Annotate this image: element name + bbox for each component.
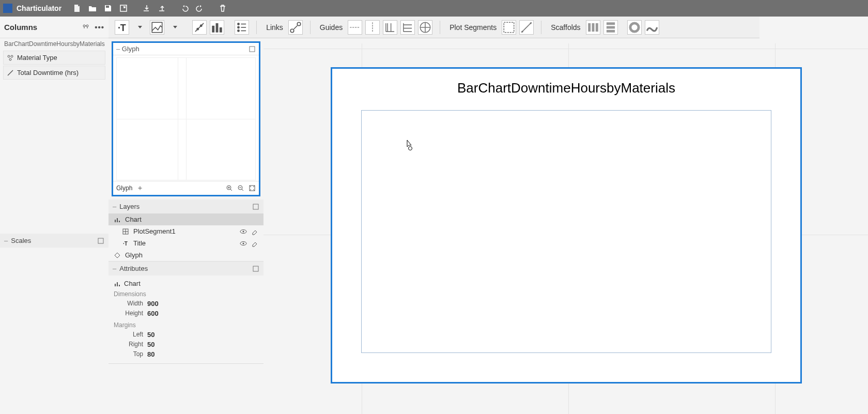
dimensions-label: Dimensions xyxy=(114,290,258,298)
zoom-in-icon[interactable] xyxy=(226,185,233,192)
field-material-type[interactable]: Material Type xyxy=(3,51,105,65)
svg-rect-31 xyxy=(606,29,614,32)
scaffold-vstack-button[interactable] xyxy=(603,20,618,35)
erase-icon[interactable] xyxy=(251,228,258,235)
erase-icon[interactable] xyxy=(251,240,258,247)
svg-marker-47 xyxy=(115,253,120,258)
glyph-panel: – Glyph Glyph ＋ xyxy=(112,41,260,196)
layer-label: PlotSegment1 xyxy=(133,227,176,235)
svg-point-17 xyxy=(237,23,240,25)
svg-rect-37 xyxy=(253,204,258,209)
guide-coord-y-button[interactable] xyxy=(400,20,415,35)
visibility-icon[interactable] xyxy=(240,228,247,235)
add-glyph-icon[interactable]: ＋ xyxy=(136,183,144,193)
layers-header[interactable]: –Layers xyxy=(109,200,264,213)
layer-chart[interactable]: Chart xyxy=(109,213,264,225)
plotsegment-line-button[interactable] xyxy=(519,20,534,35)
plot-segment[interactable] xyxy=(361,110,771,353)
mark-dataaxis-button[interactable] xyxy=(192,20,207,35)
chart-title[interactable]: BarChartDowntimeHoursbyMaterials xyxy=(332,80,800,96)
visibility-icon[interactable] xyxy=(240,240,247,247)
chart-icon xyxy=(114,280,121,287)
links-button[interactable] xyxy=(288,20,303,35)
numeric-field-icon xyxy=(7,69,14,76)
chart-canvas[interactable]: BarChartDowntimeHoursbyMaterials xyxy=(264,38,868,414)
guide-vertical-button[interactable] xyxy=(365,20,380,35)
popout-icon[interactable] xyxy=(249,45,256,53)
svg-rect-48 xyxy=(253,266,258,271)
svg-rect-27 xyxy=(592,23,594,31)
svg-rect-26 xyxy=(588,23,591,31)
export-icon[interactable] xyxy=(116,1,131,16)
svg-rect-16 xyxy=(220,27,222,33)
attr-right[interactable]: Right50 xyxy=(114,340,258,349)
attr-left[interactable]: Left50 xyxy=(114,330,258,340)
scaffold-curve-button[interactable] xyxy=(645,20,659,35)
scaffold-polar-button[interactable] xyxy=(627,20,642,35)
layer-title[interactable]: ·T Title xyxy=(109,237,264,249)
svg-rect-28 xyxy=(595,23,598,31)
zoom-out-icon[interactable] xyxy=(237,185,244,192)
mark-text-button[interactable]: ·T xyxy=(115,20,129,35)
guide-coord-x-button[interactable] xyxy=(383,20,397,35)
svg-rect-40 xyxy=(119,221,120,222)
scales-header[interactable]: –Scales xyxy=(0,234,109,248)
mark-text-dropdown[interactable] xyxy=(132,20,147,35)
import-chart-icon[interactable] xyxy=(139,1,153,16)
margins-label: Margins xyxy=(114,321,258,329)
open-icon[interactable] xyxy=(85,1,100,16)
dataset-name: BarChartDowntimeHoursbyMaterials xyxy=(0,38,109,50)
trash-icon[interactable] xyxy=(215,1,230,16)
svg-point-24 xyxy=(521,30,523,32)
layer-glyph[interactable]: Glyph xyxy=(109,249,264,261)
new-icon[interactable] xyxy=(70,1,84,16)
svg-point-12 xyxy=(196,27,199,30)
scales-title: Scales xyxy=(11,237,31,244)
redo-icon[interactable] xyxy=(193,1,207,16)
columns-more-icon[interactable]: ••• xyxy=(95,23,104,32)
svg-rect-15 xyxy=(216,23,219,32)
attributes-object: Chart xyxy=(124,280,141,287)
mark-nestedchart-button[interactable] xyxy=(210,20,224,35)
attr-width[interactable]: Width900 xyxy=(114,299,258,309)
dataset-view-icon[interactable] xyxy=(82,24,89,31)
columns-panel: Columns ••• BarChartDowntimeHoursbyMater… xyxy=(0,17,109,414)
svg-point-19 xyxy=(237,29,240,32)
plotsegment-region-button[interactable] xyxy=(502,20,516,35)
attributes-panel: –Attributes Chart Dimensions Width900 He… xyxy=(109,262,264,364)
svg-point-25 xyxy=(530,22,532,24)
glyph-canvas[interactable] xyxy=(116,57,256,180)
attr-top[interactable]: Top80 xyxy=(114,349,258,359)
toolstrip: Marks ·T Links Guides Plot Segments Scaf… xyxy=(0,17,760,38)
layer-plotsegment1[interactable]: PlotSegment1 xyxy=(109,225,264,237)
field-total-downtime[interactable]: Total Downtime (hrs) xyxy=(3,66,105,80)
plotsegment-icon xyxy=(122,228,129,235)
popout-icon[interactable] xyxy=(252,203,259,210)
columns-label: Columns xyxy=(4,23,37,32)
chart-frame[interactable]: BarChartDowntimeHoursbyMaterials xyxy=(331,67,802,384)
svg-point-13 xyxy=(200,24,203,27)
svg-rect-38 xyxy=(115,220,116,222)
links-label: Links xyxy=(264,23,285,32)
popout-icon[interactable] xyxy=(97,237,104,244)
export-chart-icon[interactable] xyxy=(154,1,169,16)
mark-icon-dropdown[interactable] xyxy=(167,20,182,35)
mark-icon-button[interactable] xyxy=(150,20,164,35)
zoom-fit-icon[interactable] xyxy=(249,185,256,192)
field-label: Material Type xyxy=(17,54,57,62)
svg-rect-29 xyxy=(606,22,614,25)
undo-icon[interactable] xyxy=(177,1,192,16)
guide-horizontal-button[interactable] xyxy=(348,20,362,35)
mark-legend-button[interactable] xyxy=(235,20,249,35)
scaffold-hstack-button[interactable] xyxy=(586,20,600,35)
svg-point-6 xyxy=(9,58,11,60)
svg-point-46 xyxy=(243,242,244,244)
svg-rect-39 xyxy=(117,218,118,222)
attr-height[interactable]: Height600 xyxy=(114,309,258,318)
svg-rect-0 xyxy=(106,6,109,8)
attributes-header[interactable]: –Attributes xyxy=(109,262,264,275)
svg-point-52 xyxy=(409,147,412,150)
save-icon[interactable] xyxy=(101,1,115,16)
guide-polar-button[interactable] xyxy=(418,20,432,35)
popout-icon[interactable] xyxy=(252,265,259,272)
